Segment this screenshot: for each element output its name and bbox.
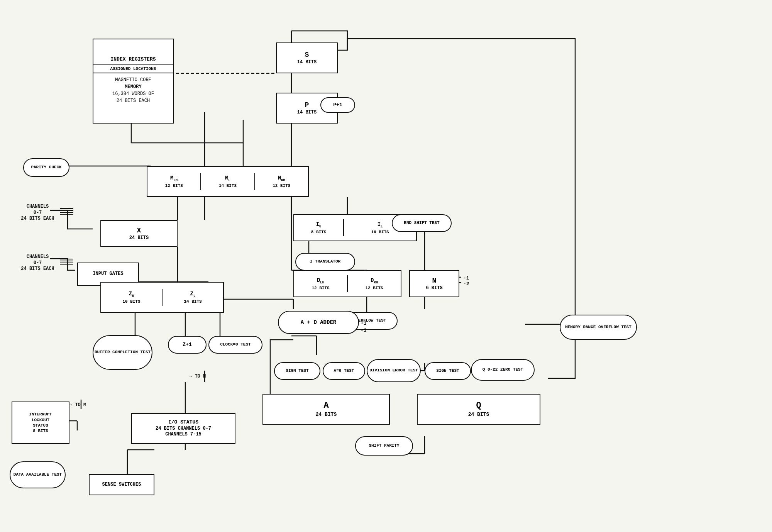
shift-parity-oval: SHIFT PARITY bbox=[355, 436, 413, 456]
sign-test-right-oval: SIGN TEST bbox=[425, 362, 471, 380]
parity-check-oval: PARITY CHECK bbox=[23, 158, 69, 177]
d-register-box: DLH 12 BITS DRH 12 BITS bbox=[293, 270, 401, 297]
z-register-box: ZU 10 BITS ZL 14 BITS bbox=[100, 282, 224, 313]
buffer-completion-oval: BUFFER COMPLETION TEST bbox=[93, 335, 152, 370]
interrupt-lockout-box: INTERRUPTLOCKOUTSTATUS8 BITS bbox=[12, 402, 69, 444]
to-m-label-1: → TO M bbox=[69, 402, 86, 408]
parity-label: PARITY CHECK bbox=[31, 165, 61, 170]
a-register-box: A 24 BITS bbox=[262, 394, 390, 425]
diagram: INDEX REGISTERS ASSIGNED LOCATIONS MAGNE… bbox=[0, 0, 772, 532]
magnetic-core-label: MAGNETIC CORE bbox=[112, 76, 154, 83]
adder-box: A + D ADDER bbox=[278, 311, 359, 334]
channels-bot-label: CHANNELS0-724 BITS EACH bbox=[15, 254, 60, 272]
memory-label: MEMORY bbox=[112, 83, 154, 90]
n-minus2-label: -2 bbox=[463, 281, 469, 288]
p-label: P bbox=[305, 101, 309, 110]
io-status-box: I/O STATUS 24 BITS CHANNELS 0-7 CHANNELS… bbox=[131, 413, 235, 444]
q-register-box: Q 24 BITS bbox=[417, 394, 540, 425]
sense-switches-box: SENSE SWITCHES bbox=[89, 474, 154, 495]
z1-oval: Z+1 bbox=[168, 336, 207, 354]
adder-label: A + D ADDER bbox=[301, 319, 336, 326]
s-register-box: S 14 BITS bbox=[276, 42, 338, 73]
a0-test-label: A=0 TEST bbox=[334, 368, 354, 373]
end-shift-label: END SHIFT TEST bbox=[404, 220, 439, 225]
channels-top-label: CHANNELS0-724 BITS EACH bbox=[15, 204, 60, 222]
end-shift-test-oval: END SHIFT TEST bbox=[392, 214, 452, 232]
n-register-box: N 6 BITS bbox=[409, 270, 459, 297]
p-bits: 14 BITS bbox=[297, 110, 317, 116]
adder-minus1-label: -1 bbox=[361, 327, 367, 334]
bits-label: 24 BITS EACH bbox=[112, 97, 154, 104]
i-translator-oval: I TRANSLATOR bbox=[295, 253, 355, 271]
data-available-oval: DATA AVAILABLE TEST bbox=[10, 461, 66, 488]
index-registers-memory-box: INDEX REGISTERS ASSIGNED LOCATIONS MAGNE… bbox=[93, 39, 174, 124]
shift-parity-label: SHIFT PARITY bbox=[369, 443, 399, 448]
x-register-box: X 24 BITS bbox=[100, 220, 178, 247]
input-gates-label: INPUT GATES bbox=[93, 271, 123, 277]
sign-test-left-oval: SIGN TEST bbox=[274, 362, 320, 380]
sense-switches-label: SENSE SWITCHES bbox=[102, 482, 141, 488]
p-plus-1-oval: P+1 bbox=[320, 97, 355, 113]
assigned-locations-label: ASSIGNED LOCATIONS bbox=[93, 65, 173, 73]
to-m-label-2: → TO M bbox=[189, 374, 206, 380]
z1-label: Z+1 bbox=[183, 342, 191, 348]
a0-test-oval: A=0 TEST bbox=[323, 362, 365, 380]
p1-label: P+1 bbox=[333, 102, 342, 108]
index-registers-label: INDEX REGISTERS bbox=[93, 55, 173, 65]
adder-plus1-label: +1 bbox=[361, 320, 367, 327]
data-available-label: DATA AVAILABLE TEST bbox=[14, 472, 62, 477]
sign-test-left-label: SIGN TEST bbox=[286, 368, 308, 373]
clock0-oval: CLOCK=0 TEST bbox=[208, 336, 262, 354]
s-bits: 14 BITS bbox=[297, 59, 317, 66]
buffer-completion-label: BUFFER COMPLETION TEST bbox=[95, 350, 151, 355]
clock0-label: CLOCK=0 TEST bbox=[220, 342, 251, 347]
division-error-label: DIVISION ERROR TEST bbox=[369, 368, 418, 373]
sign-test-right-label: SIGN TEST bbox=[436, 368, 459, 373]
words-label: 16,384 WORDS OF bbox=[112, 90, 154, 97]
i-translator-label: I TRANSLATOR bbox=[310, 259, 340, 264]
memory-range-oval: MEMORY RANGE OVERFLOW TEST bbox=[560, 315, 637, 340]
memory-range-label: MEMORY RANGE OVERFLOW TEST bbox=[565, 325, 631, 330]
q022-label: Q 0-22 ZERO TEST bbox=[482, 367, 523, 372]
m-register-box: MLH 12 BITS ML 14 BITS MRH 12 BITS bbox=[147, 166, 309, 197]
s-label: S bbox=[305, 51, 309, 59]
q022-test-oval: Q 0-22 ZERO TEST bbox=[471, 359, 535, 381]
division-error-oval: DIVISION ERROR TEST bbox=[367, 359, 421, 382]
